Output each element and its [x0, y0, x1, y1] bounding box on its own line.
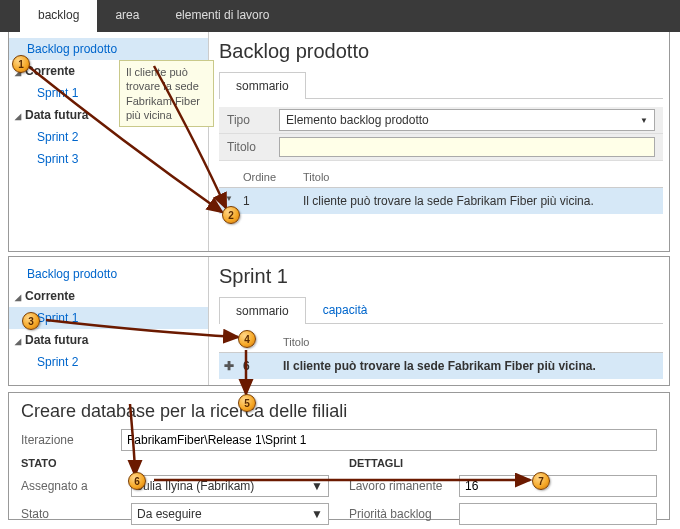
label-type: Tipo — [219, 109, 279, 131]
select-assigned[interactable]: Julia Ilyina (Fabrikam)▼ — [131, 475, 329, 497]
row-priority: Priorità backlog — [349, 500, 657, 528]
grid-header-upper: Ordine Titolo — [219, 167, 663, 188]
sidebar-item-product-backlog-lower[interactable]: Backlog prodotto — [9, 263, 208, 285]
chevron-down-icon: ▼ — [640, 116, 648, 125]
sidebar-group-current-lower[interactable]: Corrente — [9, 285, 208, 307]
callout-7: 7 — [532, 472, 550, 490]
callout-1: 1 — [12, 55, 30, 73]
select-state[interactable]: Da eseguire▼ — [131, 503, 329, 525]
grid-row-upper[interactable]: ▼ 1 Il cliente può trovare la sede Fabri… — [219, 188, 663, 214]
row-assigned: Assegnato a Julia Ilyina (Fabrikam)▼ — [21, 472, 329, 500]
chevron-down-icon: ▼ — [311, 479, 323, 493]
chevron-down-icon: ▼ — [311, 507, 323, 521]
callout-2: 2 — [222, 206, 240, 224]
input-priority[interactable] — [459, 503, 657, 525]
cell-id: 6 — [239, 359, 279, 373]
sidebar-item-product-backlog[interactable]: Backlog prodotto — [9, 38, 208, 60]
content-lower: Sprint 1 sommario capacità ID Titolo ✚ 6… — [219, 265, 663, 379]
subtabs-upper: sommario — [219, 71, 663, 99]
sidebar-group-future-lower[interactable]: Data futura — [9, 329, 208, 351]
input-iteration[interactable] — [121, 429, 657, 451]
subtab-summary-upper[interactable]: sommario — [219, 72, 306, 99]
state-value: Da eseguire — [137, 507, 202, 521]
form-row-type: Tipo Elemento backlog prodotto ▼ — [219, 107, 663, 134]
col-title-lower: Titolo — [279, 336, 663, 348]
callout-4: 4 — [238, 330, 256, 348]
row-iteration: Iterazione — [9, 426, 669, 454]
form-row-title: Titolo — [219, 134, 663, 161]
label-assigned: Assegnato a — [21, 479, 131, 493]
panel-sprint: Backlog prodotto Corrente Sprint 1 Data … — [8, 256, 670, 386]
input-title[interactable] — [279, 137, 655, 157]
detail-title: Creare database per la ricerca delle fil… — [9, 393, 669, 426]
select-type-value: Elemento backlog prodotto — [286, 113, 429, 127]
grid-row-lower[interactable]: ✚ 6 Il cliente può trovare la sede Fabri… — [219, 353, 663, 379]
plus-icon[interactable]: ✚ — [219, 359, 239, 373]
header-state: STATO — [21, 457, 56, 469]
tab-area[interactable]: area — [97, 0, 157, 32]
sidebar-item-sprint2[interactable]: Sprint 2 — [9, 126, 208, 148]
row-remaining: Lavoro rimanente — [349, 472, 657, 500]
main-tabbar: backlog area elementi di lavoro — [0, 0, 680, 32]
panel-detail: Creare database per la ricerca delle fil… — [8, 392, 670, 520]
col-order: Ordine — [239, 171, 299, 183]
col-details: DETTAGLI Lavoro rimanente Priorità backl… — [349, 454, 657, 528]
tab-backlog[interactable]: backlog — [20, 0, 97, 32]
cell-title-upper: Il cliente può trovare la sede Fabrikam … — [299, 194, 663, 208]
input-remaining[interactable] — [459, 475, 657, 497]
label-priority: Priorità backlog — [349, 507, 459, 521]
col-title-upper: Titolo — [299, 171, 663, 183]
callout-6: 6 — [128, 472, 146, 490]
panel-backlog-product: Backlog prodotto Corrente Sprint 1 Data … — [8, 32, 670, 252]
label-state: Stato — [21, 507, 131, 521]
label-iteration: Iterazione — [21, 433, 121, 447]
sidebar-item-sprint3[interactable]: Sprint 3 — [9, 148, 208, 170]
page-title-lower: Sprint 1 — [219, 265, 663, 288]
content-upper: Backlog prodotto sommario Tipo Elemento … — [219, 40, 663, 245]
header-details: DETTAGLI — [349, 457, 403, 469]
select-type[interactable]: Elemento backlog prodotto ▼ — [279, 109, 655, 131]
tooltip: Il cliente può trovare la sede Fabrikam … — [119, 60, 214, 127]
callout-5: 5 — [238, 394, 256, 412]
subtab-capacity[interactable]: capacità — [306, 296, 385, 323]
cell-order: 1 — [239, 194, 299, 208]
col-state: STATO Assegnato a Julia Ilyina (Fabrikam… — [21, 454, 329, 528]
row-state: Stato Da eseguire▼ — [21, 500, 329, 528]
label-title: Titolo — [219, 136, 279, 158]
subtab-summary-lower[interactable]: sommario — [219, 297, 306, 324]
sidebar-upper: Backlog prodotto Corrente Sprint 1 Data … — [9, 32, 209, 251]
sidebar-item-sprint2-lower[interactable]: Sprint 2 — [9, 351, 208, 373]
assigned-value: Julia Ilyina (Fabrikam) — [137, 479, 254, 493]
grid-header-lower: ID Titolo — [219, 332, 663, 353]
tab-work-items[interactable]: elementi di lavoro — [157, 0, 287, 32]
callout-3: 3 — [22, 312, 40, 330]
cell-title-lower: Il cliente può trovare la sede Fabrikam … — [279, 359, 663, 373]
page-title-upper: Backlog prodotto — [219, 40, 663, 63]
label-remaining: Lavoro rimanente — [349, 479, 459, 493]
subtabs-lower: sommario capacità — [219, 296, 663, 324]
